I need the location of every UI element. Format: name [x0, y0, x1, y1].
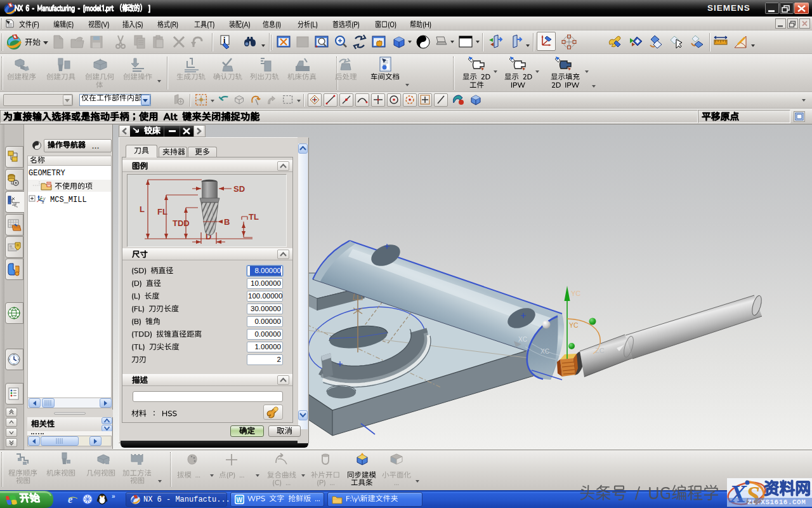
svg-text:B: B — [224, 217, 230, 227]
svg-text:L: L — [140, 204, 145, 214]
svg-text:SD: SD — [233, 184, 245, 194]
svg-text:e: e — [68, 493, 73, 505]
svg-text:z: z — [39, 195, 43, 199]
svg-text:XC: XC — [518, 336, 527, 343]
svg-text:TL: TL — [249, 212, 259, 222]
svg-text:TDD: TDD — [173, 218, 190, 228]
svg-text:W: W — [237, 497, 243, 504]
svg-text:YC: YC — [569, 321, 579, 329]
svg-text:FL: FL — [157, 207, 167, 217]
svg-text:x: x — [41, 200, 44, 204]
svg-text:YC: YC — [571, 290, 580, 297]
